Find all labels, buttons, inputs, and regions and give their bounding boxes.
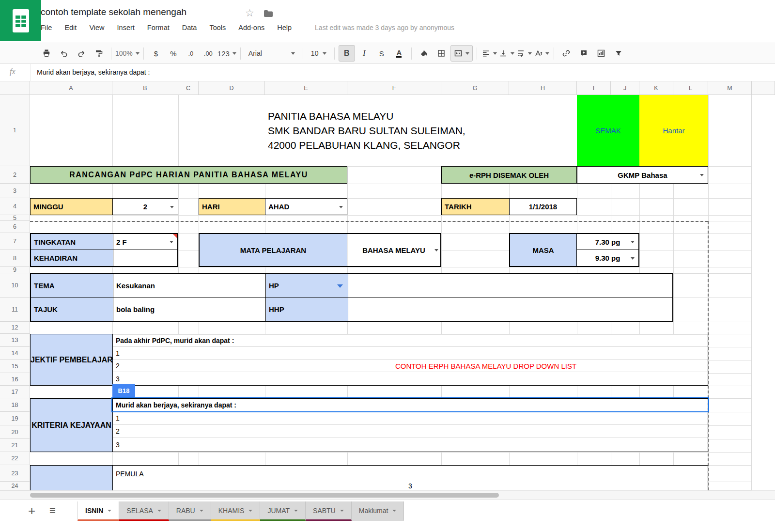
sheet-grid[interactable]: PANITIA BAHASA MELAYU SMK BANDAR BARU SU… <box>30 95 752 490</box>
row-header-1[interactable]: 1 <box>0 95 30 166</box>
menu-addons[interactable]: Add-ons <box>238 24 264 31</box>
tab-menu-caret[interactable] <box>200 510 203 512</box>
column-header-e[interactable]: E <box>265 81 347 94</box>
row-header-22[interactable]: 22 <box>0 452 30 465</box>
column-header-b[interactable]: B <box>112 81 178 94</box>
cell-kehadiran-label[interactable]: KEHADIRAN <box>31 250 113 266</box>
row-header-12[interactable]: 12 <box>0 322 30 334</box>
cell-minggu-value[interactable]: 2 <box>113 199 178 215</box>
cell-objektif-item-1[interactable]: 1 <box>113 347 708 360</box>
cell-tajuk-value[interactable]: bola baling <box>113 297 266 321</box>
cell-row24-value[interactable]: 3 <box>113 482 708 490</box>
cell-semak[interactable]: SEMAK <box>577 95 639 166</box>
cell-school-header[interactable]: PANITIA BAHASA MELAYU SMK BANDAR BARU SU… <box>199 95 577 166</box>
increase-decimal-button[interactable]: .00 <box>200 45 217 62</box>
sheet-tab-rabu[interactable]: RABU <box>169 501 211 521</box>
cell-hhp-label[interactable]: HHP <box>266 297 348 321</box>
strikethrough-button[interactable]: S <box>373 45 390 62</box>
row-header-8[interactable]: 8 <box>0 250 30 267</box>
sheet-tab-maklumat[interactable]: Maklumat <box>352 501 404 521</box>
select-all-corner[interactable] <box>0 81 30 94</box>
cell-kehadiran-value[interactable] <box>113 250 177 266</box>
zoom-select[interactable]: 100% <box>115 45 140 62</box>
cell-objektif-label[interactable]: OBJEKTIF PEMBELAJARAN <box>31 334 113 385</box>
row-header-5[interactable]: 5 <box>0 215 30 221</box>
cell-tajuk-label[interactable]: TAJUK <box>31 297 113 321</box>
dropdown-caret[interactable] <box>631 257 635 260</box>
menu-view[interactable]: View <box>89 24 104 31</box>
cell-hp-label[interactable]: HP <box>266 274 348 297</box>
insert-link-button[interactable] <box>558 45 574 62</box>
fill-color-button[interactable] <box>416 45 432 62</box>
dropdown-caret[interactable] <box>631 241 635 243</box>
sheet-tab-sabtu[interactable]: SABTU <box>306 501 352 521</box>
sheet-tab-jumat[interactable]: JUMAT <box>260 501 306 521</box>
row-header-20[interactable]: 20 <box>0 425 30 439</box>
hantar-link[interactable]: Hantar <box>663 126 684 135</box>
text-rotation-button[interactable] <box>533 45 550 62</box>
column-header-i[interactable]: I <box>577 81 611 94</box>
move-folder-icon[interactable] <box>264 10 273 19</box>
bold-button[interactable]: B <box>339 45 355 62</box>
column-header-j[interactable]: J <box>611 81 639 94</box>
row-header-4[interactable]: 4 <box>0 198 30 215</box>
more-formats-button[interactable]: 123 <box>217 45 236 62</box>
row-header-14[interactable]: 14 <box>0 347 30 360</box>
column-header-g[interactable]: G <box>441 81 509 94</box>
row-header-7[interactable]: 7 <box>0 233 30 250</box>
row-header-2[interactable]: 2 <box>0 166 30 184</box>
dropdown-caret[interactable] <box>337 284 343 288</box>
cell-masa-start[interactable]: 7.30 pg <box>577 234 638 250</box>
cell-tarikh-label[interactable]: TARIKH <box>442 199 510 215</box>
cell-mata-pelajaran-value[interactable]: BAHASA MELAYU <box>347 234 440 266</box>
format-currency-button[interactable]: $ <box>148 45 164 62</box>
insert-chart-button[interactable] <box>593 45 609 62</box>
cell-minggu-label[interactable]: MINGGU <box>31 199 113 215</box>
cell-hhp-value[interactable] <box>348 297 672 321</box>
cell-pemula[interactable]: PEMULA <box>113 466 708 482</box>
filter-button[interactable] <box>610 45 627 62</box>
cell-kriteria-label[interactable]: KRITERIA KEJAYAAN <box>31 399 113 452</box>
row-header-17[interactable]: 17 <box>0 386 30 398</box>
tab-menu-caret[interactable] <box>294 510 298 512</box>
cell-hantar[interactable]: Hantar <box>639 95 708 166</box>
cell-kriteria-item-2[interactable]: 2 <box>113 425 708 438</box>
column-header-c[interactable]: C <box>178 81 199 94</box>
row-header-6[interactable]: 6 <box>0 221 30 233</box>
column-header-k[interactable]: K <box>639 81 673 94</box>
cell-kriteria-item-1[interactable]: 1 <box>113 412 708 425</box>
dropdown-caret[interactable] <box>700 174 704 176</box>
cell-tingkatan-value[interactable]: 2 F <box>113 234 177 250</box>
sheet-tab-khamis[interactable]: KHAMIS <box>211 501 261 521</box>
italic-button[interactable]: I <box>356 45 372 62</box>
menu-edit[interactable]: Edit <box>64 24 77 31</box>
menu-tools[interactable]: Tools <box>209 24 226 31</box>
cell-gkmp-dropdown[interactable]: GKMP Bahasa <box>577 166 708 184</box>
undo-button[interactable] <box>56 45 72 62</box>
tab-menu-caret[interactable] <box>340 510 344 512</box>
column-header-f[interactable]: F <box>347 81 441 94</box>
sheet-tab-selasa[interactable]: SELASA <box>119 501 169 521</box>
row-header-15[interactable]: 15 <box>0 360 30 373</box>
format-percent-button[interactable]: % <box>165 45 182 62</box>
text-color-button[interactable]: A <box>391 45 407 62</box>
menu-insert[interactable]: Insert <box>117 24 135 31</box>
menu-format[interactable]: Format <box>147 24 170 31</box>
merge-cells-button[interactable] <box>450 45 473 62</box>
font-size-select[interactable]: 10 <box>307 45 330 62</box>
row-header-10[interactable]: 10 <box>0 273 30 297</box>
cell-rancangan-title[interactable]: RANCANGAN PdPC HARIAN PANITIA BAHASA MEL… <box>30 166 347 184</box>
text-wrap-button[interactable] <box>516 45 532 62</box>
decrease-decimal-button[interactable]: .0 <box>183 45 199 62</box>
cell-strategi-label[interactable] <box>31 466 113 490</box>
borders-button[interactable] <box>433 45 450 62</box>
cell-objektif-item-3[interactable]: 3 <box>113 372 708 385</box>
paint-format-button[interactable] <box>91 45 107 62</box>
column-header-l[interactable]: L <box>673 81 708 94</box>
document-title[interactable]: contoh template sekolah menengah <box>41 7 186 17</box>
tab-menu-caret[interactable] <box>157 510 161 512</box>
insert-comment-button[interactable] <box>575 45 592 62</box>
row-header-23[interactable]: 23 <box>0 465 30 482</box>
cell-hari-label[interactable]: HARI <box>199 199 265 215</box>
add-sheet-button[interactable]: + <box>28 503 35 518</box>
